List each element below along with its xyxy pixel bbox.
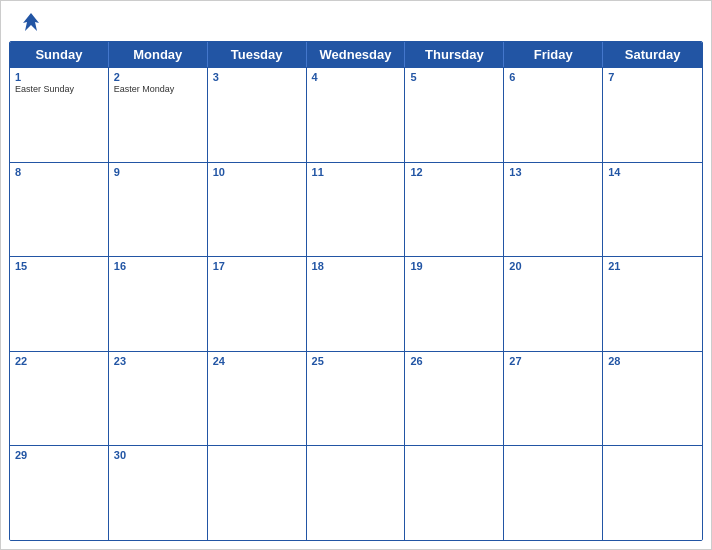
day-cell-23: 23 — [109, 352, 208, 446]
day-number: 22 — [15, 355, 103, 367]
day-cell-27: 27 — [504, 352, 603, 446]
svg-marker-0 — [23, 13, 39, 31]
day-number: 16 — [114, 260, 202, 272]
day-cell-6: 6 — [504, 68, 603, 162]
header — [1, 1, 711, 41]
day-number: 26 — [410, 355, 498, 367]
day-headers-row: SundayMondayTuesdayWednesdayThursdayFrid… — [10, 42, 702, 67]
day-number: 18 — [312, 260, 400, 272]
day-cell-21: 21 — [603, 257, 702, 351]
day-header-wednesday: Wednesday — [307, 42, 406, 67]
day-cell-20: 20 — [504, 257, 603, 351]
day-header-thursday: Thursday — [405, 42, 504, 67]
day-cell-16: 16 — [109, 257, 208, 351]
day-cell-4: 4 — [307, 68, 406, 162]
day-number: 2 — [114, 71, 202, 83]
day-number: 30 — [114, 449, 202, 461]
day-number: 21 — [608, 260, 697, 272]
day-number: 19 — [410, 260, 498, 272]
day-number: 29 — [15, 449, 103, 461]
day-number: 12 — [410, 166, 498, 178]
day-cell-empty-4 — [405, 446, 504, 540]
day-cell-empty-6 — [603, 446, 702, 540]
week-row-1: 1Easter Sunday2Easter Monday34567 — [10, 67, 702, 162]
day-cell-11: 11 — [307, 163, 406, 257]
day-cell-5: 5 — [405, 68, 504, 162]
day-cell-1: 1Easter Sunday — [10, 68, 109, 162]
day-cell-19: 19 — [405, 257, 504, 351]
day-cell-30: 30 — [109, 446, 208, 540]
day-cell-13: 13 — [504, 163, 603, 257]
day-number: 6 — [509, 71, 597, 83]
day-cell-25: 25 — [307, 352, 406, 446]
day-number: 3 — [213, 71, 301, 83]
day-cell-3: 3 — [208, 68, 307, 162]
day-event-label: Easter Monday — [114, 84, 202, 95]
day-cell-17: 17 — [208, 257, 307, 351]
day-cell-15: 15 — [10, 257, 109, 351]
day-cell-empty-5 — [504, 446, 603, 540]
day-number: 15 — [15, 260, 103, 272]
logo-icon — [17, 9, 45, 37]
day-header-sunday: Sunday — [10, 42, 109, 67]
weeks-container: 1Easter Sunday2Easter Monday345678910111… — [10, 67, 702, 540]
day-number: 11 — [312, 166, 400, 178]
day-cell-29: 29 — [10, 446, 109, 540]
day-cell-12: 12 — [405, 163, 504, 257]
day-number: 13 — [509, 166, 597, 178]
day-header-monday: Monday — [109, 42, 208, 67]
week-row-2: 891011121314 — [10, 162, 702, 257]
week-row-4: 22232425262728 — [10, 351, 702, 446]
day-number: 14 — [608, 166, 697, 178]
day-cell-8: 8 — [10, 163, 109, 257]
day-cell-9: 9 — [109, 163, 208, 257]
day-cell-18: 18 — [307, 257, 406, 351]
day-number: 8 — [15, 166, 103, 178]
day-event-label: Easter Sunday — [15, 84, 103, 95]
day-number: 9 — [114, 166, 202, 178]
day-cell-22: 22 — [10, 352, 109, 446]
day-cell-14: 14 — [603, 163, 702, 257]
day-number: 25 — [312, 355, 400, 367]
day-number: 10 — [213, 166, 301, 178]
week-row-5: 2930 — [10, 445, 702, 540]
day-header-friday: Friday — [504, 42, 603, 67]
day-cell-2: 2Easter Monday — [109, 68, 208, 162]
day-cell-7: 7 — [603, 68, 702, 162]
day-cell-28: 28 — [603, 352, 702, 446]
day-number: 7 — [608, 71, 697, 83]
day-number: 1 — [15, 71, 103, 83]
calendar-grid: SundayMondayTuesdayWednesdayThursdayFrid… — [9, 41, 703, 541]
calendar-page: SundayMondayTuesdayWednesdayThursdayFrid… — [0, 0, 712, 550]
week-row-3: 15161718192021 — [10, 256, 702, 351]
day-number: 17 — [213, 260, 301, 272]
day-number: 24 — [213, 355, 301, 367]
day-cell-24: 24 — [208, 352, 307, 446]
day-cell-empty-3 — [307, 446, 406, 540]
day-number: 28 — [608, 355, 697, 367]
day-number: 4 — [312, 71, 400, 83]
day-cell-26: 26 — [405, 352, 504, 446]
day-number: 27 — [509, 355, 597, 367]
day-header-tuesday: Tuesday — [208, 42, 307, 67]
day-number: 5 — [410, 71, 498, 83]
day-number: 20 — [509, 260, 597, 272]
day-cell-10: 10 — [208, 163, 307, 257]
day-header-saturday: Saturday — [603, 42, 702, 67]
day-cell-empty-2 — [208, 446, 307, 540]
logo — [17, 9, 49, 37]
day-number: 23 — [114, 355, 202, 367]
